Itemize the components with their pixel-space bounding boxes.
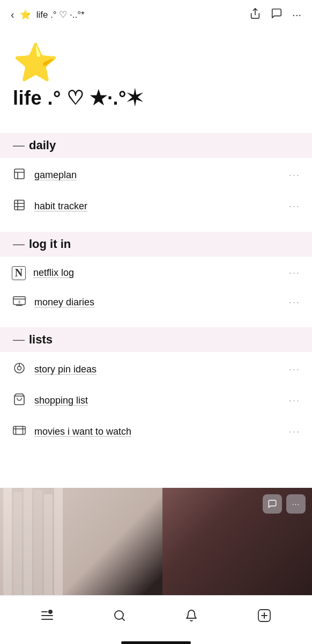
- shopping-list-icon: [12, 393, 27, 409]
- netflix-log-label: netflix log: [33, 267, 74, 279]
- section-header-log-it-in: — log it in: [0, 232, 312, 257]
- search-icon: [113, 609, 126, 625]
- bottom-nav: [0, 595, 312, 638]
- top-bar-left: ‹ ⭐ life .° ♡ ·..°*: [11, 9, 85, 21]
- netflix-log-icon: N: [12, 266, 26, 280]
- story-pin-ideas-more-icon[interactable]: ···: [289, 364, 300, 375]
- top-bar-title: life .° ♡ ·..°*: [36, 9, 85, 20]
- section-dash-log: —: [13, 237, 25, 251]
- back-button[interactable]: ‹: [11, 9, 14, 21]
- svg-point-13: [18, 366, 21, 370]
- shopping-list-label: shopping list: [34, 395, 88, 406]
- svg-line-25: [122, 618, 124, 620]
- section-label-lists: lists: [29, 333, 53, 347]
- section-header-daily: — daily: [0, 133, 312, 158]
- movies-want-to-watch-icon: [12, 424, 27, 440]
- hero-title: life .° ♡ ★·.°✶: [13, 87, 143, 109]
- money-diaries-more-icon[interactable]: ···: [289, 297, 300, 308]
- money-diaries-label: money diaries: [34, 297, 94, 308]
- list-item-netflix-log[interactable]: N netflix log ···: [0, 259, 312, 288]
- habit-tracker-more-icon[interactable]: ···: [289, 201, 300, 212]
- gameplan-more-icon[interactable]: ···: [289, 170, 300, 181]
- habit-tracker-icon: [12, 199, 27, 215]
- shopping-list-more-icon[interactable]: ···: [289, 395, 300, 406]
- section-label-daily: daily: [29, 138, 56, 152]
- svg-rect-16: [13, 426, 25, 434]
- add-icon: [257, 608, 272, 626]
- svg-text:$: $: [18, 300, 20, 304]
- media-message-icon[interactable]: [263, 494, 282, 514]
- section-dash-daily: —: [13, 138, 25, 152]
- movies-want-to-watch-label: movies i want to watch: [34, 426, 131, 437]
- message-icon[interactable]: [271, 8, 283, 22]
- section-label-log-it-in: log it in: [29, 237, 71, 251]
- list-item-habit-tracker[interactable]: habit tracker ···: [0, 191, 312, 222]
- bell-icon: [185, 609, 198, 625]
- sections-container: — daily gameplan ···: [0, 115, 312, 488]
- bottom-nav-notifications[interactable]: [176, 605, 206, 630]
- top-bar-star-icon: ⭐: [20, 9, 31, 20]
- home-indicator: [121, 641, 191, 644]
- menu-icon: [40, 610, 54, 625]
- bottom-nav-search[interactable]: [105, 605, 135, 630]
- list-item-money-diaries[interactable]: $ money diaries ···: [0, 288, 312, 318]
- story-pin-ideas-icon: [12, 362, 27, 378]
- media-strip: ···: [0, 488, 312, 595]
- share-icon[interactable]: [249, 8, 261, 22]
- hero-emoji: ⭐: [13, 42, 299, 83]
- habit-tracker-label: habit tracker: [34, 201, 87, 212]
- media-strip-overlay: ···: [263, 494, 306, 514]
- bottom-nav-add[interactable]: [248, 604, 280, 631]
- list-item-gameplan[interactable]: gameplan ···: [0, 160, 312, 191]
- gameplan-label: gameplan: [34, 170, 77, 181]
- section-header-lists: — lists: [0, 327, 312, 352]
- section-list-daily: gameplan ··· habit tracker ···: [0, 158, 312, 224]
- svg-point-23: [48, 610, 53, 614]
- list-item-shopping-list[interactable]: shopping list ···: [0, 385, 312, 416]
- media-more-icon[interactable]: ···: [286, 494, 306, 514]
- story-pin-ideas-label: story pin ideas: [34, 364, 96, 375]
- list-item-movies-want-to-watch[interactable]: movies i want to watch ···: [0, 416, 312, 448]
- movies-want-to-watch-more-icon[interactable]: ···: [289, 426, 300, 437]
- svg-rect-1: [14, 169, 24, 179]
- bottom-nav-menu[interactable]: [32, 605, 63, 629]
- more-icon[interactable]: ···: [292, 9, 301, 21]
- hero-section: ⭐ life .° ♡ ★·.°✶: [0, 30, 312, 115]
- top-bar-right: ···: [249, 8, 301, 22]
- list-item-story-pin-ideas[interactable]: story pin ideas ···: [0, 354, 312, 385]
- top-bar: ‹ ⭐ life .° ♡ ·..°* ···: [0, 0, 312, 30]
- gameplan-icon: [12, 167, 27, 184]
- section-dash-lists: —: [13, 333, 25, 347]
- netflix-log-more-icon[interactable]: ···: [289, 267, 300, 279]
- svg-rect-4: [14, 200, 24, 210]
- section-list-log-it-in: N netflix log ··· $ money diaries ···: [0, 257, 312, 320]
- section-list-lists: story pin ideas ··· shopping list ···: [0, 352, 312, 450]
- money-diaries-icon: $: [12, 295, 27, 310]
